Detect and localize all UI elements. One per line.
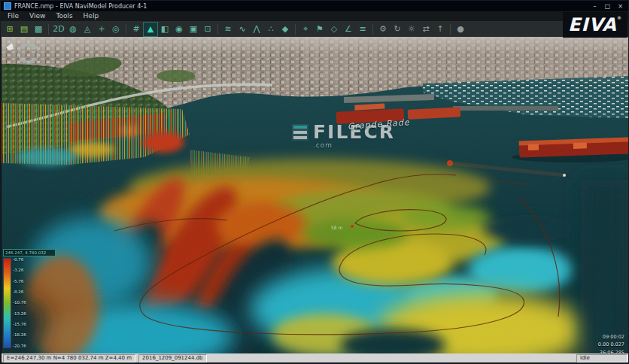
swap-icon[interactable]: ⇄ (419, 23, 433, 36)
hud-line: 36:06.285 (598, 349, 624, 354)
hud-line: 0.00 0.027 (598, 341, 624, 348)
scene-3d[interactable]: 58 m (2, 37, 629, 354)
menu-file[interactable]: File (2, 11, 24, 21)
legend-tick: -18.26 (13, 333, 26, 338)
brand-panel: EIVA® (563, 12, 627, 38)
refresh-icon[interactable]: ↻ (390, 23, 404, 36)
menu-help[interactable]: Help (78, 11, 105, 21)
angle-icon[interactable]: ∠ (342, 23, 355, 36)
status-file: 2016_1209_091244.db (138, 354, 206, 362)
menu-tools[interactable]: Tools (50, 11, 77, 21)
video-icon[interactable]: ▣ (187, 23, 200, 36)
globe-icon[interactable]: ◍ (66, 23, 80, 36)
profile-icon[interactable]: ⋀ (250, 23, 263, 36)
shading-icon[interactable]: ◧ (158, 23, 172, 36)
legend-tick: -5.76 (13, 280, 26, 284)
elevation-icon[interactable]: ↑ (433, 23, 447, 36)
hud-readout: 09:00:020.00 0.02736:06.285 (598, 333, 624, 354)
toolbar-separator (217, 24, 218, 35)
title-bar: FRANCE.nmp - EIVA NaviModel Producer 4-1… (1, 1, 628, 11)
toolbar: ⊞▤▩2D◍◬+◎#▲◧◉▣⊡≋∿⋀∴◆⌖⚑◇∠≡⚙↻☼⇄↑● (1, 21, 628, 38)
legend-tick: -8.26 (13, 290, 26, 295)
terrain-icon[interactable]: ▲ (144, 23, 157, 36)
target-icon[interactable]: ⌖ (299, 23, 312, 36)
grid-icon[interactable]: # (129, 23, 143, 36)
zoom-icon[interactable]: ◎ (109, 23, 123, 36)
hud-line: 09:00:02 (598, 333, 624, 341)
pan-icon[interactable]: + (95, 23, 108, 36)
viewport-3d: 58 m 246.247, 4.780.032 -0.76-3.26-5.76-… (2, 37, 629, 354)
depth-colorbar (3, 258, 11, 348)
snapshot-icon[interactable]: ⊡ (201, 23, 214, 36)
maximize-button[interactable]: □ (603, 2, 612, 11)
record-icon[interactable]: ● (454, 23, 467, 36)
open-project-icon[interactable]: ⊞ (3, 23, 17, 36)
toolbar-separator (48, 24, 49, 35)
flag-icon[interactable]: ⚑ (313, 23, 327, 36)
toolbar-separator (450, 24, 451, 35)
legend-tick: -0.76 (13, 258, 26, 262)
toolbar-separator (295, 24, 296, 35)
noise-overlay (2, 37, 629, 354)
status-bar: E=246.247,30 m N=4 780 032,74 m Z=4,40 m… (2, 353, 629, 362)
window-title: FRANCE.nmp - EIVA NaviModel Producer 4-1 (14, 3, 587, 10)
contour-icon[interactable]: ∿ (235, 23, 249, 36)
toolbar-separator (126, 24, 126, 35)
point-cloud-icon[interactable]: ∴ (264, 23, 278, 36)
list-icon[interactable]: ≡ (356, 23, 369, 36)
eiva-logo: EIVA® (568, 16, 622, 34)
legend-tick: -13.26 (13, 312, 26, 317)
legend-coordinates: 246.247, 4.780.032 (3, 249, 56, 256)
minimize-button[interactable]: – (590, 2, 600, 11)
filecr-logo-icon (292, 124, 308, 141)
view-2d-icon[interactable]: 2D (52, 23, 65, 36)
seabed-icon[interactable]: ◆ (278, 23, 292, 36)
app-icon (4, 2, 11, 10)
legend-tick-labels: -0.76-3.26-5.76-8.26-10.76-13.26-15.76-1… (13, 258, 26, 348)
marker-icon[interactable]: ◇ (327, 23, 341, 36)
legend-tick: -10.76 (13, 301, 26, 305)
depth-legend: 246.247, 4.780.032 -0.76-3.26-5.76-8.26-… (3, 249, 56, 348)
settings-icon[interactable]: ⚙ (376, 23, 390, 36)
close-button[interactable]: × (615, 2, 625, 11)
status-coordinates: E=246.247,30 m N=4 780 032,74 m Z=4,40 m (3, 354, 135, 362)
view-3d-icon[interactable]: ◬ (81, 23, 94, 36)
status-state: Idle (576, 354, 627, 362)
toolbar-separator (372, 24, 373, 35)
legend-tick: -3.26 (13, 268, 26, 273)
camera-icon[interactable]: ◉ (172, 23, 186, 36)
legend-tick: -15.76 (13, 323, 26, 327)
waves-icon[interactable]: ≋ (221, 23, 235, 36)
app-window: FRANCE.nmp - EIVA NaviModel Producer 4-1… (0, 0, 629, 364)
save-model-icon[interactable]: ▤ (17, 23, 31, 36)
menu-view[interactable]: View (24, 11, 50, 21)
light-icon[interactable]: ☼ (405, 23, 418, 36)
menu-bar: FileViewToolsHelp (1, 11, 628, 21)
legend-tick: -20.76 (13, 344, 26, 349)
database-icon[interactable]: ▩ (32, 23, 45, 36)
